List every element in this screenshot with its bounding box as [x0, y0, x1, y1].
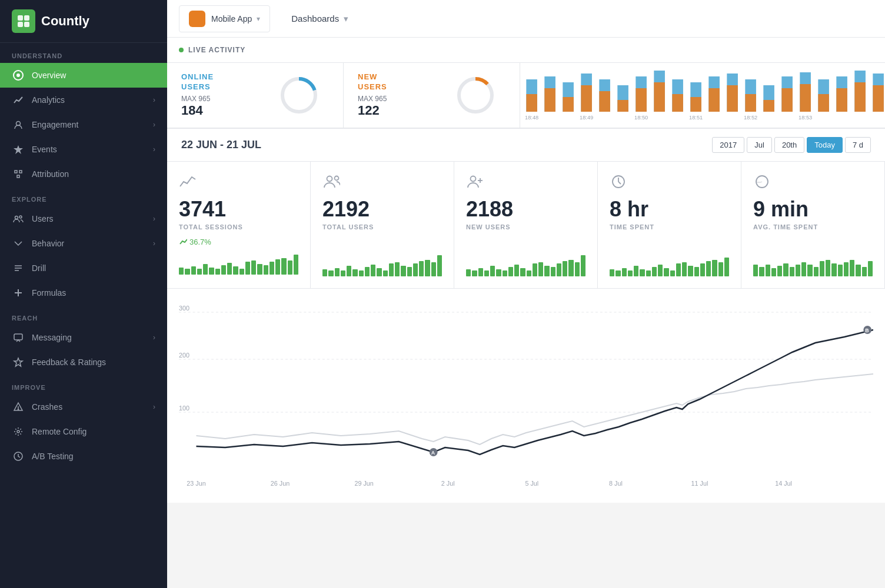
stat-card-sessions: 3741 TOTAL SESSIONS 36.7% — [167, 162, 311, 288]
sidebar-item-remote-config[interactable]: Remote Config — [0, 419, 167, 444]
svg-rect-62 — [836, 88, 847, 112]
svg-text:200: 200 — [179, 352, 189, 359]
sidebar-item-events[interactable]: Events › — [0, 137, 167, 162]
svg-marker-16 — [14, 358, 22, 366]
svg-text:18:52: 18:52 — [744, 115, 757, 121]
svg-rect-55 — [708, 88, 720, 112]
svg-text:A: A — [431, 450, 435, 456]
new-donut-chart — [455, 75, 496, 116]
engagement-arrow-icon: › — [153, 121, 155, 129]
svg-rect-51 — [636, 88, 647, 112]
sidebar: Countly UNDERSTAND Overview Analytics › … — [0, 0, 167, 588]
svg-rect-52 — [654, 82, 665, 112]
crashes-icon — [12, 400, 25, 413]
section-explore: EXPLORE — [0, 186, 167, 206]
svg-text:300: 300 — [179, 305, 189, 312]
svg-text:23 Jun: 23 Jun — [187, 480, 205, 487]
section-reach: REACH — [0, 305, 167, 325]
svg-text:5 Jul: 5 Jul — [525, 480, 538, 487]
svg-rect-54 — [690, 97, 701, 112]
svg-point-8 — [15, 216, 18, 219]
sidebar-item-analytics[interactable]: Analytics › — [0, 88, 167, 112]
stat-card-new-users: 2188 NEW USERS — [454, 162, 598, 288]
events-icon — [12, 143, 25, 156]
users-icon — [12, 212, 25, 225]
svg-rect-15 — [14, 334, 22, 340]
svg-point-9 — [19, 216, 22, 218]
app-selector[interactable]: Mobile App ▾ — [179, 5, 270, 32]
svg-point-73 — [471, 176, 476, 182]
sidebar-item-behavior[interactable]: Behavior › — [0, 231, 167, 256]
svg-text:2 Jul: 2 Jul — [441, 480, 455, 487]
messaging-arrow-icon: › — [153, 333, 155, 342]
sidebar-item-label-messaging: Messaging — [32, 333, 153, 342]
date-filters: 2017 Jul 20th Today 7 d — [712, 137, 871, 153]
app-color-icon — [189, 11, 205, 27]
svg-point-71 — [327, 176, 332, 182]
sidebar-item-label-behavior: Behavior — [32, 239, 153, 248]
svg-rect-53 — [672, 94, 683, 112]
svg-text:8 Jul: 8 Jul — [609, 480, 623, 487]
stat-cards-row: 3741 TOTAL SESSIONS 36.7% 2192 TOTAL USE… — [167, 162, 885, 289]
sidebar-item-crashes[interactable]: Crashes › — [0, 395, 167, 419]
new-users-value: 2188 — [466, 199, 513, 220]
sidebar-item-label-overview: Overview — [32, 71, 155, 80]
svg-point-5 — [16, 74, 20, 77]
logo-area: Countly — [0, 0, 167, 43]
sidebar-item-drill[interactable]: Drill — [0, 256, 167, 280]
sidebar-item-label-ab-testing: A/B Testing — [32, 452, 155, 461]
svg-text:18:50: 18:50 — [634, 115, 648, 121]
live-activity-bar: LIVE ACTIVITY — [167, 38, 885, 63]
svg-point-72 — [335, 176, 339, 181]
svg-rect-45 — [526, 94, 537, 112]
dashboards-button[interactable]: Dashboards ▾ — [282, 9, 358, 29]
sessions-trend: 36.7% — [179, 238, 211, 246]
feedback-icon — [12, 356, 25, 369]
sidebar-item-feedback[interactable]: Feedback & Ratings — [0, 350, 167, 375]
filter-today[interactable]: Today — [807, 137, 843, 153]
app-name-label: Mobile App — [211, 14, 252, 24]
svg-text:100: 100 — [179, 405, 189, 412]
time-spent-mini-chart — [610, 253, 729, 276]
filter-7d[interactable]: 7 d — [845, 137, 871, 153]
sidebar-item-label-events: Events — [32, 145, 153, 154]
sidebar-item-attribution[interactable]: Attribution — [0, 162, 167, 186]
time-spent-label: TIME SPENT — [610, 223, 654, 230]
svg-point-19 — [17, 430, 19, 433]
sidebar-item-label-analytics: Analytics — [32, 95, 153, 105]
svg-rect-1 — [24, 15, 29, 21]
avg-time-label: AVG. TIME SPENT — [753, 223, 818, 230]
sidebar-item-users[interactable]: Users › — [0, 206, 167, 231]
online-donut-chart — [278, 75, 320, 116]
online-max-label: MAX 965184 — [181, 95, 269, 118]
svg-text:18:48: 18:48 — [525, 115, 538, 121]
sidebar-item-formulas[interactable]: Formulas — [0, 280, 167, 305]
filter-jul[interactable]: Jul — [747, 137, 772, 153]
svg-text:29 Jun: 29 Jun — [354, 480, 373, 487]
svg-text:11 Jul: 11 Jul — [691, 480, 708, 487]
messaging-icon — [12, 331, 25, 344]
total-users-label: TOTAL USERS — [322, 223, 374, 230]
sessions-mini-chart — [179, 251, 298, 275]
svg-point-18 — [18, 409, 18, 410]
filter-2017[interactable]: 2017 — [712, 137, 744, 153]
svg-rect-49 — [599, 91, 610, 112]
svg-text:18:49: 18:49 — [580, 115, 593, 121]
sessions-icon — [179, 173, 197, 194]
main-content: Mobile App ▾ Dashboards ▾ LIVE ACTIVITY … — [167, 0, 885, 588]
content-area: LIVE ACTIVITY ONLINEUSERS MAX 965184 — [167, 38, 885, 588]
crashes-arrow-icon: › — [153, 403, 155, 411]
new-users-title: NEWUSERS — [358, 72, 445, 92]
filter-20th[interactable]: 20th — [774, 137, 804, 153]
sidebar-item-label-formulas: Formulas — [32, 288, 155, 298]
sidebar-item-engagement[interactable]: Engagement › — [0, 112, 167, 137]
svg-rect-50 — [617, 100, 628, 112]
svg-text:18:53: 18:53 — [799, 115, 812, 121]
svg-rect-61 — [818, 94, 829, 112]
logo-text: Countly — [41, 14, 89, 29]
sidebar-item-ab-testing[interactable]: A/B Testing — [0, 444, 167, 469]
svg-rect-56 — [727, 85, 738, 112]
events-arrow-icon: › — [153, 145, 155, 153]
sidebar-item-overview[interactable]: Overview — [0, 63, 167, 88]
sidebar-item-messaging[interactable]: Messaging › — [0, 325, 167, 350]
